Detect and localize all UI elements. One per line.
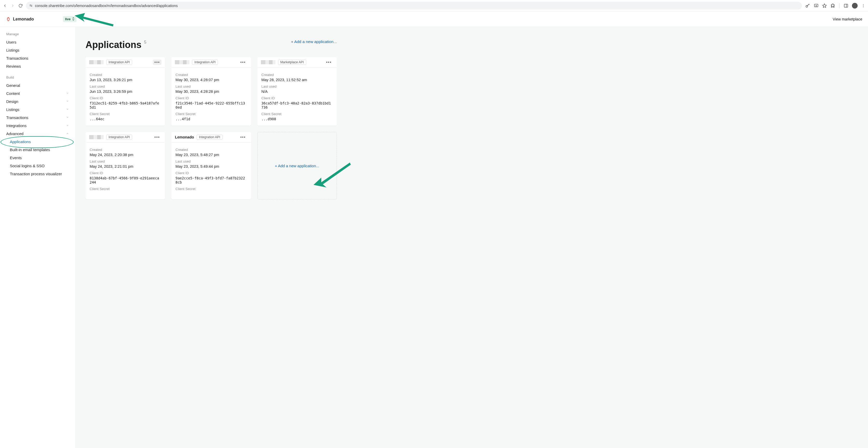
install-pwa-icon[interactable] bbox=[814, 3, 818, 8]
add-application-link-top[interactable]: + Add a new application... bbox=[291, 39, 337, 44]
sidebar-item-transactions[interactable]: Transactions bbox=[0, 54, 75, 62]
sidebar-item-label: Design bbox=[6, 99, 19, 104]
app-count: 5 bbox=[144, 40, 146, 44]
svg-marker-9 bbox=[74, 13, 114, 26]
card-menu-button[interactable]: ••• bbox=[153, 135, 161, 140]
bookmark-star-icon[interactable] bbox=[822, 3, 827, 8]
field-value: May 24, 2023, 2:21:01 pm bbox=[90, 165, 161, 169]
sidebar-item-label: Listings bbox=[6, 107, 20, 112]
chevron-down-icon bbox=[66, 108, 69, 112]
profile-avatar[interactable] bbox=[852, 3, 858, 8]
svg-marker-3 bbox=[823, 4, 827, 7]
field-value: May 23, 2023, 5:49:44 pm bbox=[176, 165, 247, 169]
chrome-actions bbox=[805, 3, 865, 8]
application-name-redacted bbox=[175, 60, 189, 64]
application-card: Integration API•••CreatedMay 24, 2023, 2… bbox=[86, 132, 165, 199]
api-type-badge: Integration API bbox=[197, 135, 223, 140]
field-label: Client Secret bbox=[176, 112, 247, 116]
field-value: f312ec51-8259-4fb3-b865-9a4187afe5d1 bbox=[90, 101, 161, 110]
app-header: Lemonado live View marketplace bbox=[0, 11, 868, 27]
field-label: Created bbox=[261, 73, 333, 77]
field-value: ...4f1d bbox=[176, 117, 247, 121]
url-bar[interactable]: ⇆ console.sharetribe.com/o/lemonadosandb… bbox=[26, 2, 802, 9]
sidebar-item-transactions[interactable]: Transactions bbox=[0, 114, 75, 122]
card-menu-button[interactable]: ••• bbox=[239, 60, 247, 65]
sidebar-section-manage: Manage bbox=[0, 31, 75, 38]
field-value: May 28, 2023, 11:52:52 am bbox=[261, 78, 333, 82]
chevron-updown-icon bbox=[72, 18, 74, 21]
field-label: Last used bbox=[90, 159, 161, 163]
applications-grid: Integration API•••CreatedJun 13, 2023, 3… bbox=[86, 57, 337, 199]
sidebar-item-label: Integrations bbox=[6, 123, 26, 128]
api-type-badge: Integration API bbox=[106, 135, 132, 140]
sidebar-item-listings[interactable]: Listings bbox=[0, 106, 75, 114]
view-marketplace-link[interactable]: View marketplace bbox=[833, 17, 862, 21]
reload-button[interactable] bbox=[18, 3, 23, 8]
environment-label: live bbox=[65, 17, 71, 21]
sidebar-item-listings[interactable]: Listings bbox=[0, 46, 75, 54]
field-value: May 30, 2023, 4:28:07 pm bbox=[176, 78, 247, 82]
page-title: Applications 5 bbox=[86, 39, 146, 50]
field-label: Created bbox=[90, 148, 161, 152]
back-button[interactable] bbox=[3, 3, 7, 8]
chevron-down-icon bbox=[66, 124, 69, 127]
svg-point-6 bbox=[863, 4, 864, 5]
field-label: Client Secret bbox=[261, 112, 333, 116]
url-text: console.sharetribe.com/o/lemonadosandbox… bbox=[35, 4, 178, 8]
application-card: Marketplace API•••CreatedMay 28, 2023, 1… bbox=[257, 57, 337, 126]
field-value: ...d908 bbox=[261, 117, 333, 121]
application-name: Lemonado bbox=[175, 135, 194, 139]
sidebar-item-label: Content bbox=[6, 91, 20, 96]
forward-button[interactable] bbox=[10, 3, 15, 8]
sidebar-item-transaction-process-visualizer[interactable]: Transaction process visualizer bbox=[0, 170, 75, 178]
sidebar-item-social-logins-sso[interactable]: Social logins & SSO bbox=[0, 162, 75, 170]
card-menu-button[interactable]: ••• bbox=[153, 60, 161, 65]
chevron-down-icon bbox=[66, 92, 69, 95]
environment-selector[interactable]: live bbox=[63, 16, 76, 22]
field-label: Created bbox=[176, 73, 247, 77]
content: Applications 5 + Add a new application..… bbox=[75, 27, 868, 448]
sidebar-section-build: Build bbox=[0, 74, 75, 81]
sidebar-item-built-in-email-templates[interactable]: Built-in email templates bbox=[0, 146, 75, 154]
api-type-badge: Integration API bbox=[106, 60, 132, 65]
sidebar-item-applications[interactable]: Applications bbox=[0, 138, 75, 146]
sidebar-item-users[interactable]: Users bbox=[0, 38, 75, 46]
sidebar-item-label: Transactions bbox=[6, 115, 28, 120]
sidebar-item-content[interactable]: Content bbox=[0, 89, 75, 97]
field-label: Client ID bbox=[176, 171, 247, 175]
application-card: LemonadoIntegration API•••CreatedMay 23,… bbox=[171, 132, 251, 199]
field-label: Last used bbox=[176, 85, 247, 88]
extensions-icon[interactable] bbox=[831, 3, 835, 8]
sidebar-item-advanced[interactable]: Advanced bbox=[0, 130, 75, 138]
application-card: Integration API•••CreatedMay 30, 2023, 4… bbox=[171, 57, 251, 126]
svg-point-0 bbox=[806, 5, 808, 7]
sidebar-item-design[interactable]: Design bbox=[0, 97, 75, 106]
password-key-icon[interactable] bbox=[805, 3, 810, 8]
field-label: Client Secret bbox=[90, 187, 161, 191]
sidebar-item-reviews[interactable]: Reviews bbox=[0, 62, 75, 70]
application-name-redacted bbox=[89, 60, 104, 64]
browser-chrome: ⇆ console.sharetribe.com/o/lemonadosandb… bbox=[0, 0, 868, 11]
application-card: Integration API•••CreatedJun 13, 2023, 3… bbox=[86, 57, 165, 126]
side-panel-icon[interactable] bbox=[844, 3, 848, 8]
field-label: Client Secret bbox=[90, 112, 161, 116]
field-label: Client ID bbox=[176, 96, 247, 100]
field-label: Last used bbox=[90, 85, 161, 88]
workspace-logo[interactable]: Lemonado bbox=[6, 17, 34, 22]
field-value: f21c3546-71ad-445e-9222-655bffc130ed bbox=[176, 101, 247, 110]
svg-rect-4 bbox=[844, 4, 848, 7]
api-type-badge: Integration API bbox=[192, 60, 218, 65]
sidebar-item-integrations[interactable]: Integrations bbox=[0, 122, 75, 130]
site-settings-icon[interactable]: ⇆ bbox=[30, 4, 32, 7]
field-value: Jun 13, 2023, 3:26:59 pm bbox=[90, 89, 161, 94]
api-type-badge: Marketplace API bbox=[278, 60, 306, 65]
chrome-menu-icon[interactable] bbox=[861, 4, 865, 8]
sidebar-item-events[interactable]: Events bbox=[0, 154, 75, 162]
sidebar-item-general[interactable]: General bbox=[0, 81, 75, 89]
workspace-name: Lemonado bbox=[13, 17, 34, 22]
card-menu-button[interactable]: ••• bbox=[239, 135, 247, 140]
svg-marker-10 bbox=[313, 162, 351, 187]
field-value: Jun 13, 2023, 3:26:21 pm bbox=[90, 78, 161, 82]
sidebar: Manage UsersListingsTransactionsReviews … bbox=[0, 27, 75, 448]
card-menu-button[interactable]: ••• bbox=[325, 60, 333, 65]
